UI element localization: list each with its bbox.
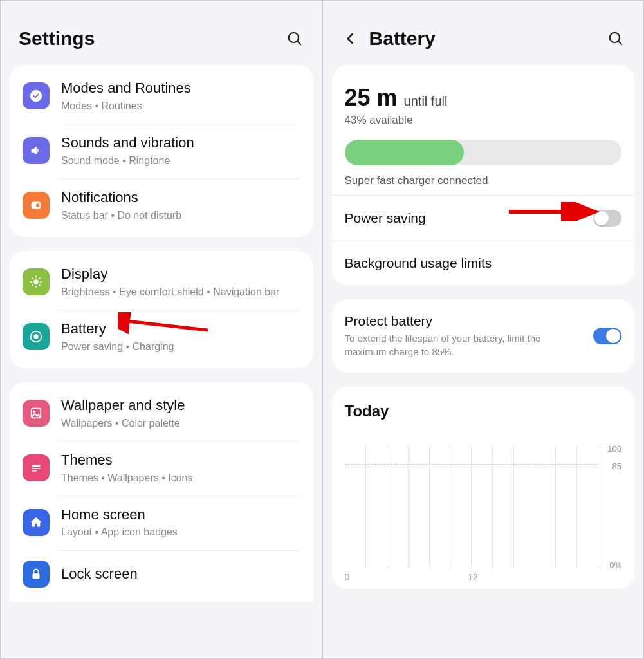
item-subtitle: Sound mode • Ringtone (61, 154, 194, 168)
item-subtitle: Layout • App icon badges (61, 525, 178, 539)
svg-line-11 (32, 285, 33, 286)
svg-point-20 (610, 33, 620, 42)
bell-icon (23, 192, 50, 219)
settings-header: Settings (1, 1, 322, 65)
y-tick: 100 (607, 444, 621, 454)
svg-line-1 (297, 41, 300, 44)
speaker-icon (23, 137, 50, 164)
x-tick: 0 (345, 572, 350, 582)
item-title: Sounds and vibration (61, 134, 194, 153)
settings-group: Modes and Routines Modes • Routines Soun… (10, 65, 313, 237)
y-tick: 85 (612, 461, 621, 471)
settings-item-modes-routines[interactable]: Modes and Routines Modes • Routines (10, 69, 313, 124)
settings-screen: Settings Modes and Routines Modes • Rout… (1, 1, 322, 658)
usage-chart-card: Today 100 85 0% 0 12 . (332, 387, 635, 589)
item-title: Battery (61, 320, 174, 339)
battery-stats-card: 25 m until full 43% available Super fast… (332, 65, 635, 285)
power-saving-label: Power saving (345, 210, 426, 226)
search-icon (607, 30, 624, 47)
search-button[interactable] (285, 29, 304, 48)
settings-group: Wallpaper and style Wallpapers • Color p… (10, 382, 313, 602)
settings-item-wallpaper[interactable]: Wallpaper and style Wallpapers • Color p… (10, 386, 313, 441)
svg-line-12 (39, 278, 41, 279)
item-title: Home screen (61, 506, 178, 524)
bg-usage-limits-label: Background usage limits (345, 255, 492, 271)
check-icon (23, 82, 50, 109)
lock-icon (23, 561, 50, 588)
svg-rect-19 (33, 573, 40, 579)
usage-chart: 100 85 0% (345, 446, 622, 568)
settings-item-sounds[interactable]: Sounds and vibration Sound mode • Ringto… (10, 124, 313, 178)
time-until-full: 25 m until full (345, 84, 622, 111)
item-title: Themes (61, 451, 192, 470)
battery-screen: Battery 25 m until full 43% available Su… (322, 1, 644, 658)
image-icon (23, 400, 50, 427)
page-title: Battery (369, 28, 436, 50)
chart-title: Today (345, 402, 622, 420)
svg-point-0 (288, 33, 298, 42)
battery-icon (23, 323, 50, 350)
protect-battery-title: Protect battery (345, 313, 576, 329)
item-subtitle: Themes • Wallpapers • Icons (61, 471, 192, 485)
item-title: Wallpaper and style (61, 396, 185, 415)
search-button[interactable] (606, 29, 625, 48)
svg-point-14 (33, 335, 38, 339)
power-saving-toggle[interactable] (593, 210, 621, 227)
item-subtitle: Status bar • Do not disturb (61, 209, 181, 223)
y-tick: 0% (609, 561, 621, 570)
item-title: Lock screen (61, 565, 138, 584)
item-subtitle: Power saving • Charging (61, 340, 174, 354)
x-tick: 12 (468, 572, 478, 582)
settings-item-display[interactable]: Display Brightness • Eye comfort shield … (10, 255, 313, 310)
protect-battery-desc: To extend the lifespan of your battery, … (345, 331, 576, 358)
settings-item-themes[interactable]: Themes Themes • Wallpapers • Icons (10, 441, 313, 496)
battery-header: Battery (323, 1, 644, 65)
annotation-arrow-icon (506, 202, 602, 221)
settings-item-lock-screen[interactable]: Lock screen (10, 550, 313, 598)
item-title: Display (61, 265, 279, 284)
protect-battery-toggle[interactable] (593, 328, 621, 344)
svg-point-4 (33, 280, 38, 284)
settings-item-battery[interactable]: Battery Power saving • Charging (10, 310, 313, 364)
item-subtitle: Wallpapers • Color palette (61, 416, 185, 431)
charger-status: Super fast charger connected (345, 174, 622, 187)
svg-line-10 (39, 285, 41, 286)
back-button[interactable] (341, 29, 360, 48)
bg-usage-limits-row[interactable]: Background usage limits (332, 241, 635, 285)
percent-available: 43% available (345, 114, 622, 127)
search-icon (286, 30, 303, 47)
chevron-left-icon (342, 30, 359, 47)
home-icon (23, 509, 50, 536)
item-subtitle: Modes • Routines (61, 99, 191, 113)
svg-line-9 (32, 278, 33, 279)
item-title: Notifications (61, 189, 181, 207)
svg-point-18 (33, 411, 35, 413)
battery-bar (345, 140, 622, 165)
settings-item-home-screen[interactable]: Home screen Layout • App icon badges (10, 496, 313, 550)
protect-battery-card: Protect battery To extend the lifespan o… (332, 299, 635, 373)
item-title: Modes and Routines (61, 79, 191, 98)
page-title: Settings (19, 28, 95, 50)
theme-icon (23, 454, 50, 481)
item-subtitle: Brightness • Eye comfort shield • Naviga… (61, 285, 279, 299)
power-saving-row[interactable]: Power saving (332, 195, 635, 241)
svg-point-3 (36, 204, 40, 208)
settings-group: Display Brightness • Eye comfort shield … (10, 251, 313, 368)
settings-item-notifications[interactable]: Notifications Status bar • Do not distur… (10, 178, 313, 233)
battery-bar-fill (345, 140, 464, 165)
sun-icon (23, 268, 50, 295)
protect-battery-row[interactable]: Protect battery To extend the lifespan o… (332, 299, 635, 373)
svg-line-21 (618, 41, 621, 44)
chart-limit-line (345, 464, 599, 465)
